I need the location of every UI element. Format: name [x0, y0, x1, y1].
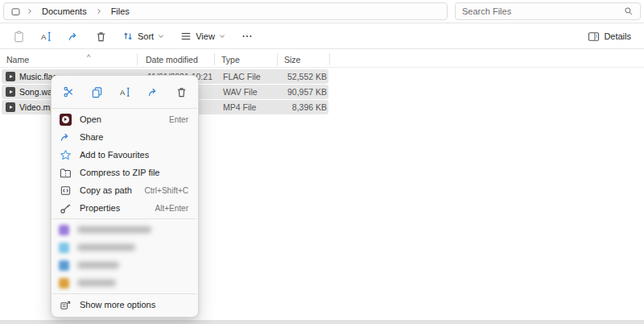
menu-item-properties[interactable]: Properties Alt+Enter: [52, 199, 198, 217]
file-type: WAV File: [223, 85, 258, 99]
sort-icon: [122, 31, 134, 42]
menu-divider: [52, 293, 197, 294]
breadcrumb-item-documents[interactable]: Documents: [39, 6, 90, 17]
ellipsis-icon: [242, 31, 253, 42]
file-type: MP4 File: [223, 100, 256, 114]
redacted-app-icon: [59, 278, 69, 289]
copy-icon: [91, 86, 103, 98]
zip-folder-icon: [59, 167, 72, 179]
trash-icon: [175, 86, 188, 98]
redacted-app-icon: [59, 225, 69, 235]
file-size: 90,957 KB: [267, 85, 327, 99]
cut-button[interactable]: [58, 82, 79, 102]
file-size: 52,552 KB: [267, 69, 327, 84]
svg-text:A: A: [119, 88, 125, 96]
redacted-label: [77, 280, 116, 286]
paste-button[interactable]: [6, 27, 31, 46]
copy-path-icon: [59, 185, 72, 197]
command-toolbar: A Sort View: [0, 24, 644, 49]
sort-label: Sort: [138, 31, 154, 41]
breadcrumb-chevron-icon: [96, 8, 102, 15]
context-menu: A Open Enter Share: [51, 75, 199, 318]
menu-item-compress-to-zip[interactable]: Compress to ZIP file: [52, 164, 198, 181]
breadcrumb-chevron-icon: [27, 8, 33, 15]
menu-item-redacted[interactable]: [52, 256, 198, 274]
menu-item-label: Show more options: [80, 300, 188, 309]
star-icon: [59, 149, 72, 161]
menu-divider: [52, 108, 197, 109]
rename-button[interactable]: A: [34, 27, 58, 46]
menu-item-redacted[interactable]: [52, 221, 198, 239]
properties-wrench-icon: [59, 202, 72, 214]
svg-text:A: A: [40, 32, 46, 40]
media-file-icon: [6, 69, 15, 84]
trash-icon: [95, 31, 107, 43]
menu-item-shortcut: Ctrl+Shift+C: [145, 186, 188, 195]
view-button[interactable]: View: [174, 27, 232, 46]
column-divider[interactable]: [214, 53, 215, 65]
list-column-headers: Name ^ Date modified Type Size: [0, 51, 644, 68]
menu-item-redacted[interactable]: [52, 274, 198, 292]
menu-item-label: Open: [80, 114, 161, 124]
rename-icon: A: [119, 86, 131, 98]
menu-divider: [52, 218, 197, 219]
menu-item-share[interactable]: Share: [52, 128, 198, 146]
top-bar: Documents Files: [0, 0, 644, 23]
search-icon: [624, 6, 634, 16]
column-divider[interactable]: [137, 53, 138, 65]
sort-ascending-caret-icon: ^: [87, 48, 90, 65]
window-bottom-edge: [0, 320, 644, 324]
menu-item-add-to-favourites[interactable]: Add to Favourites: [52, 146, 198, 164]
media-file-icon: [6, 85, 15, 99]
menu-item-shortcut: Alt+Enter: [155, 204, 188, 213]
details-pane-button[interactable]: Details: [581, 27, 638, 46]
menu-item-shortcut: Enter: [169, 115, 188, 124]
chevron-down-icon: [219, 33, 225, 39]
breadcrumb-item-files[interactable]: Files: [108, 6, 133, 17]
file-explorer-window: Documents Files A: [0, 0, 644, 324]
column-header-name[interactable]: Name: [6, 51, 29, 68]
sort-button[interactable]: Sort: [116, 27, 171, 46]
column-header-size[interactable]: Size: [284, 51, 300, 68]
menu-item-show-more-options[interactable]: Show more options: [52, 296, 198, 314]
share-icon: [68, 31, 80, 43]
cut-icon: [63, 86, 75, 98]
menu-item-label: Copy as path: [80, 185, 137, 195]
menu-item-redacted[interactable]: [52, 239, 198, 256]
paste-icon: [13, 31, 25, 43]
share-icon: [59, 131, 72, 143]
redacted-label: [77, 244, 135, 251]
menu-item-label: Add to Favourites: [80, 150, 180, 160]
delete-button[interactable]: [171, 82, 192, 102]
menu-item-open[interactable]: Open Enter: [52, 110, 198, 128]
rename-icon: A: [40, 31, 52, 43]
column-header-type[interactable]: Type: [221, 51, 240, 68]
share-button[interactable]: [61, 27, 85, 46]
details-pane-icon: [588, 31, 600, 43]
file-type: FLAC File: [223, 69, 261, 84]
delete-button[interactable]: [89, 27, 113, 46]
column-divider[interactable]: [329, 53, 330, 65]
context-menu-quick-actions: A: [52, 79, 198, 106]
search-box[interactable]: [455, 2, 641, 20]
column-divider[interactable]: [277, 53, 278, 65]
address-bar[interactable]: Documents Files: [3, 2, 448, 20]
media-file-icon: [6, 100, 15, 114]
copy-button[interactable]: [86, 82, 107, 102]
menu-item-label: Properties: [80, 203, 147, 213]
file-size: 8,396 KB: [267, 100, 327, 114]
details-label: Details: [604, 31, 631, 41]
redacted-app-icon: [59, 260, 69, 271]
redacted-label: [77, 226, 151, 233]
media-player-app-icon: [59, 114, 72, 126]
search-input[interactable]: [462, 6, 624, 16]
menu-item-copy-as-path[interactable]: Copy as path Ctrl+Shift+C: [52, 181, 198, 199]
chevron-down-icon: [158, 33, 164, 39]
rename-button[interactable]: A: [114, 82, 135, 102]
redacted-app-icon: [59, 243, 69, 253]
share-button[interactable]: [142, 82, 163, 102]
column-header-date-modified[interactable]: Date modified: [146, 51, 198, 68]
view-icon: [180, 31, 192, 42]
more-options-button[interactable]: [235, 27, 259, 46]
folder-location-icon: [10, 6, 21, 17]
